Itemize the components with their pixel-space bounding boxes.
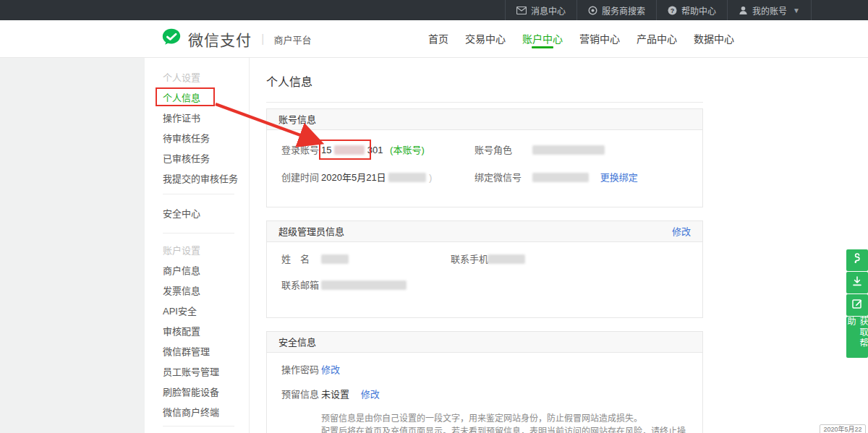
nav-home-label: 首页 xyxy=(428,33,448,45)
nav-product-center-label: 产品中心 xyxy=(637,33,677,45)
security-info-header-label: 安全信息 xyxy=(278,337,316,348)
sidebar-item-operation-certificate[interactable]: 操作证书 xyxy=(163,108,249,129)
floating-toolbar: 获取帮助 xyxy=(846,249,868,358)
help-icon: ? xyxy=(668,6,677,15)
sidebar-item-invoice-info[interactable]: 发票信息 xyxy=(163,281,249,301)
search-icon xyxy=(588,6,597,15)
sidebar-section-account-settings: 账户设置 xyxy=(163,241,249,261)
sidebar-divider xyxy=(163,194,234,194)
admin-email-label: 联系邮箱 xyxy=(281,278,319,293)
super-admin-edit-link[interactable]: 修改 xyxy=(672,221,691,242)
redacted-wechat-id xyxy=(532,173,589,182)
nav-data-center[interactable]: 数据中心 xyxy=(694,20,734,58)
service-provider-search-label: 服务商搜索 xyxy=(602,4,645,17)
super-admin-header-label: 超级管理员信息 xyxy=(278,226,344,237)
primary-nav: 首页 交易中心 账户中心 营销中心 产品中心 数据中心 xyxy=(428,20,734,58)
nav-marketing-center[interactable]: 营销中心 xyxy=(579,20,620,58)
sidebar-item-my-submitted-tasks[interactable]: 我提交的审核任务 xyxy=(163,169,249,189)
sidebar-item-reviewed-tasks[interactable]: 已审核任务 xyxy=(163,149,249,169)
account-role-label: 账号角色 xyxy=(475,143,512,158)
login-account-label: 登录账号 xyxy=(281,143,319,158)
admin-phone-label: 联系手机 xyxy=(451,252,488,267)
redacted-account-role xyxy=(532,145,605,155)
reserve-info-row: 预留信息 未设置 修改 xyxy=(267,387,702,412)
login-account-row: 登录账号 15 301 (本账号) 账号角色 xyxy=(267,143,702,171)
contact-icon xyxy=(851,253,863,267)
nav-transaction-center-label: 交易中心 xyxy=(465,33,506,45)
reserve-info-status: 未设置 xyxy=(321,389,349,400)
sidebar-divider xyxy=(163,233,234,233)
admin-email-row: 联系邮箱 xyxy=(267,278,702,304)
operation-password-value: 修改 xyxy=(321,363,340,377)
operation-password-label: 操作密码 xyxy=(281,363,319,377)
security-info-panel-body: 操作密码 修改 预留信息 未设置 修改 预留信息是由你自己设置的一段文字，用来鉴… xyxy=(267,353,702,433)
account-info-panel-body: 登录账号 15 301 (本账号) 账号角色 创建时间 2020年 xyxy=(267,130,702,207)
change-binding-link[interactable]: 更换绑定 xyxy=(600,172,638,183)
account-info-header-label: 账号信息 xyxy=(278,114,316,125)
created-time-value: 2020年5月21日 ) xyxy=(321,171,432,185)
operation-password-row: 操作密码 修改 xyxy=(267,363,702,387)
created-time-row: 创建时间 2020年5月21日 ) 绑定微信号 更换绑定 xyxy=(267,171,702,198)
sidebar-item-personal-info[interactable]: 个人信息 xyxy=(163,88,249,108)
nav-transaction-center[interactable]: 交易中心 xyxy=(465,20,506,58)
my-account-label: 我的账号 xyxy=(752,4,787,17)
account-icon xyxy=(739,6,748,15)
sidebar-divider xyxy=(163,426,234,426)
redacted-admin-phone xyxy=(488,254,525,264)
operation-password-edit-link[interactable]: 修改 xyxy=(321,364,340,375)
sidebar-item-face-smart-device[interactable]: 刷脸智能设备 xyxy=(163,382,249,403)
service-provider-search-link[interactable]: 服务商搜索 xyxy=(576,0,656,20)
created-time-label: 创建时间 xyxy=(281,171,319,185)
sidebar-item-security-center[interactable]: 安全中心 xyxy=(163,204,249,224)
feedback-edit-icon xyxy=(851,298,863,312)
login-account-suffix: 301 xyxy=(367,145,383,155)
nav-account-center-label: 账户中心 xyxy=(522,33,563,45)
nav-data-center-label: 数据中心 xyxy=(694,33,734,45)
current-account-tag: (本账号) xyxy=(390,145,425,155)
security-info-panel: 安全信息 操作密码 修改 预留信息 未设置 修改 预留信息是由 xyxy=(266,331,703,433)
sidebar-item-api-security[interactable]: API安全 xyxy=(163,301,249,322)
nav-home[interactable]: 首页 xyxy=(428,20,448,58)
security-info-panel-header: 安全信息 xyxy=(267,332,702,353)
bound-wechat-label: 绑定微信号 xyxy=(475,171,522,185)
help-center-label: 帮助中心 xyxy=(681,4,716,17)
redacted-admin-email xyxy=(321,280,407,290)
sidebar-item-staff-account-management[interactable]: 员工账号管理 xyxy=(163,362,249,382)
left-gutter xyxy=(0,58,145,433)
download-button[interactable] xyxy=(846,272,868,293)
reserve-info-edit-link[interactable]: 修改 xyxy=(361,389,380,400)
reserve-info-description: 预留信息是由你自己设置的一段文字，用来鉴定网站身份，防止假冒网站造成损失。 配置… xyxy=(321,412,702,433)
reserve-info-value: 未设置 修改 xyxy=(321,387,380,402)
message-icon xyxy=(516,7,527,14)
svg-text:?: ? xyxy=(671,7,675,14)
nav-product-center[interactable]: 产品中心 xyxy=(637,20,677,58)
reserve-info-desc-line1: 预留信息是由你自己设置的一段文字，用来鉴定网站身份，防止假冒网站造成损失。 xyxy=(321,412,702,425)
redacted-admin-name xyxy=(321,254,349,264)
redacted-created-time xyxy=(388,173,426,182)
portal-name: 商户平台 xyxy=(273,33,311,46)
super-admin-panel: 超级管理员信息 修改 姓 名 联系手机 联系邮箱 xyxy=(266,220,703,318)
login-account-value: 15 301 (本账号) xyxy=(321,143,425,158)
reserve-info-label: 预留信息 xyxy=(281,387,319,402)
chevron-down-icon: ▼ xyxy=(793,7,800,14)
brand: 微信支付 | 商户平台 xyxy=(161,20,311,58)
super-admin-panel-body: 姓 名 联系手机 联系邮箱 xyxy=(267,242,702,317)
admin-name-label: 姓 名 xyxy=(281,252,310,267)
message-center-link[interactable]: 消息中心 xyxy=(505,0,576,20)
sidebar-item-merchant-info[interactable]: 商户信息 xyxy=(163,261,249,281)
nav-marketing-center-label: 营销中心 xyxy=(579,33,620,45)
get-help-button[interactable]: 获取帮助 xyxy=(846,317,868,358)
sidebar-item-wechat-group-management[interactable]: 微信群管理 xyxy=(163,342,249,362)
super-admin-panel-header: 超级管理员信息 修改 xyxy=(267,221,702,242)
help-center-link[interactable]: ? 帮助中心 xyxy=(656,0,727,20)
nav-account-center[interactable]: 账户中心 xyxy=(522,20,563,58)
main-header: 微信支付 | 商户平台 首页 交易中心 账户中心 营销中心 产品中心 数据中心 xyxy=(0,20,868,58)
sidebar-item-review-config[interactable]: 审核配置 xyxy=(163,322,249,342)
sidebar-item-wechat-merchant-terminal[interactable]: 微信商户终端 xyxy=(163,403,249,423)
contact-button[interactable] xyxy=(846,249,868,271)
sidebar-item-pending-review-tasks[interactable]: 待审核任务 xyxy=(163,129,249,149)
title-divider xyxy=(266,102,703,103)
my-account-menu[interactable]: 我的账号 ▼ xyxy=(727,0,812,20)
wechat-pay-logo-icon xyxy=(161,27,182,51)
feedback-button[interactable] xyxy=(846,294,868,316)
